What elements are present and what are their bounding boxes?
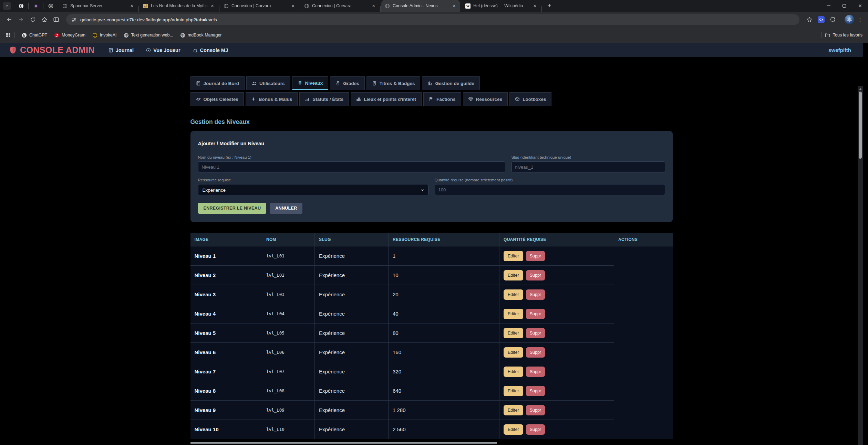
tab-close-icon[interactable] bbox=[209, 3, 215, 9]
address-bar[interactable]: galactic-pve-conquest-c7fe.dev.flatlogic… bbox=[66, 14, 799, 25]
delete-button[interactable]: Suppr bbox=[526, 386, 545, 396]
bookmark-item[interactable]: mdBook Manager bbox=[177, 30, 225, 40]
column-header: SLUG bbox=[315, 233, 389, 246]
page-scrollbar[interactable] bbox=[858, 86, 863, 445]
tab-factions[interactable]: Factions bbox=[423, 92, 461, 106]
apps-grid-icon[interactable] bbox=[6, 32, 11, 38]
pinned-tab[interactable]: W bbox=[44, 0, 57, 12]
tab-gestion-de-guilde[interactable]: Gestion de guilde bbox=[422, 76, 479, 90]
delete-button[interactable]: Suppr bbox=[526, 289, 545, 300]
scroll-up-arrow-icon[interactable] bbox=[859, 88, 862, 90]
quantity-cell: 40 bbox=[389, 304, 499, 324]
all-bookmarks-label[interactable]: Tous les favoris bbox=[833, 33, 862, 38]
tab-close-icon[interactable] bbox=[290, 3, 296, 9]
column-header: ACTIONS bbox=[614, 233, 673, 246]
edit-button[interactable]: Editer bbox=[504, 347, 523, 358]
tab-bonus-malus[interactable]: Bonus & Malus bbox=[246, 92, 298, 106]
username[interactable]: swefpifth bbox=[828, 47, 854, 53]
resource-cell: Expérience bbox=[315, 362, 389, 381]
delete-button[interactable]: Suppr bbox=[526, 251, 545, 261]
edit-button[interactable]: Editer bbox=[504, 328, 523, 338]
browser-tab[interactable]: Spacebar Server bbox=[59, 0, 138, 12]
delete-button[interactable]: Suppr bbox=[526, 405, 545, 415]
bookmark-item[interactable]: Text generation web... bbox=[120, 30, 177, 40]
next-section-edge bbox=[190, 442, 497, 444]
delete-button[interactable]: Suppr bbox=[526, 309, 545, 319]
tab-search-button[interactable] bbox=[3, 2, 11, 10]
table-row: Niveau 6lvl_L06Expérience160EditerSuppr bbox=[190, 343, 673, 362]
tab-lootboxes[interactable]: Lootboxes bbox=[509, 92, 551, 106]
browser-tab[interactable]: WHel (déesse) — Wikipédia bbox=[462, 0, 541, 12]
tab-utilisateurs[interactable]: Utilisateurs bbox=[246, 76, 290, 90]
delete-button[interactable]: Suppr bbox=[526, 270, 545, 280]
edit-button[interactable]: Editer bbox=[504, 289, 523, 300]
edit-button[interactable]: Editer bbox=[504, 424, 523, 435]
tab-statuts-états[interactable]: Statuts / États bbox=[299, 92, 349, 106]
maximize-button[interactable] bbox=[836, 0, 852, 12]
back-button[interactable] bbox=[3, 14, 15, 25]
nav-label: Journal bbox=[116, 47, 134, 53]
tab-close-icon[interactable] bbox=[129, 3, 135, 9]
tab-separator bbox=[43, 3, 43, 9]
tab-close-icon[interactable] bbox=[532, 3, 538, 9]
header-nav-console-mj[interactable]: Console MJ bbox=[193, 47, 228, 53]
extensions-button[interactable] bbox=[827, 14, 839, 25]
new-tab-button[interactable] bbox=[545, 1, 554, 11]
minimize-button[interactable] bbox=[820, 0, 836, 12]
bookmark-item[interactable]: InvokeAI bbox=[89, 30, 120, 40]
cancel-button[interactable]: ANNULER bbox=[270, 203, 302, 214]
tab-objets-célestes[interactable]: Objets Célestes bbox=[190, 92, 244, 106]
delete-button[interactable]: Suppr bbox=[526, 424, 545, 435]
reload-button[interactable] bbox=[27, 14, 39, 25]
bookmark-item[interactable]: ChatGPT bbox=[18, 30, 51, 40]
close-window-button[interactable] bbox=[852, 0, 868, 12]
resource-cell: Expérience bbox=[315, 324, 389, 343]
forward-button[interactable] bbox=[15, 14, 27, 25]
profile-avatar[interactable] bbox=[845, 15, 854, 24]
bookmark-item[interactable]: MoneyGram bbox=[51, 30, 89, 40]
header-nav-vue-joueur[interactable]: Vue Joueur bbox=[146, 47, 180, 53]
pinned-tab[interactable] bbox=[14, 0, 28, 12]
level-name-input[interactable] bbox=[198, 161, 505, 172]
tab-titres-badges[interactable]: Titres & Badges bbox=[366, 76, 421, 90]
edit-button[interactable]: Editer bbox=[504, 270, 523, 280]
svg-text:W: W bbox=[466, 4, 470, 8]
delete-button[interactable]: Suppr bbox=[526, 367, 545, 377]
quantity-input[interactable] bbox=[435, 184, 665, 195]
browser-menu-button[interactable] bbox=[856, 17, 865, 23]
tab-ressources[interactable]: Ressources bbox=[463, 92, 508, 106]
header-nav-journal[interactable]: Journal bbox=[108, 47, 134, 53]
resource-select[interactable]: Expérience bbox=[198, 184, 428, 196]
bolt-icon bbox=[251, 97, 256, 102]
delete-button[interactable]: Suppr bbox=[526, 328, 545, 338]
edit-button[interactable]: Editer bbox=[504, 386, 523, 396]
tab-grades[interactable]: Grades bbox=[330, 76, 365, 90]
tab-close-icon[interactable] bbox=[371, 3, 376, 9]
extension-shortcut-button[interactable] bbox=[815, 14, 827, 25]
home-button[interactable] bbox=[39, 14, 50, 25]
tab-lieux-et-points-d-intér-t[interactable]: Lieux et points d'intérêt bbox=[351, 92, 422, 106]
scrollbar-thumb[interactable] bbox=[859, 92, 862, 159]
browser-tab-active[interactable]: Console Admin - Nexus bbox=[381, 0, 460, 12]
edit-button[interactable]: Editer bbox=[504, 367, 523, 377]
side-panel-button[interactable] bbox=[50, 14, 62, 25]
tab-title: Connexion | Corvara bbox=[312, 3, 369, 8]
delete-button[interactable]: Suppr bbox=[526, 347, 545, 358]
tab-close-icon[interactable] bbox=[451, 3, 457, 9]
browser-tab[interactable]: Connexion | Corvara bbox=[301, 0, 380, 12]
edit-button[interactable]: Editer bbox=[504, 251, 523, 261]
tab-separator bbox=[300, 6, 300, 12]
pinned-tab[interactable] bbox=[29, 0, 42, 12]
tab-niveaux[interactable]: Niveaux bbox=[292, 76, 329, 90]
quantity-cell: 320 bbox=[389, 362, 499, 381]
row-buttons-cell: EditerSuppr bbox=[499, 362, 614, 381]
slug-input[interactable] bbox=[512, 161, 665, 172]
browser-tab[interactable]: Connexion | Corvara bbox=[220, 0, 299, 12]
edit-button[interactable]: Editer bbox=[504, 309, 523, 319]
save-level-button[interactable]: ENREGISTRER LE NIVEAU bbox=[198, 203, 267, 214]
browser-tab[interactable]: Les Neuf Mondes de la Mythologie bbox=[140, 0, 218, 12]
bookmark-star-button[interactable] bbox=[804, 14, 815, 25]
globe-icon bbox=[384, 3, 390, 9]
edit-button[interactable]: Editer bbox=[504, 405, 523, 415]
tab-journal-de-bord[interactable]: Journal de Bord bbox=[190, 76, 245, 90]
